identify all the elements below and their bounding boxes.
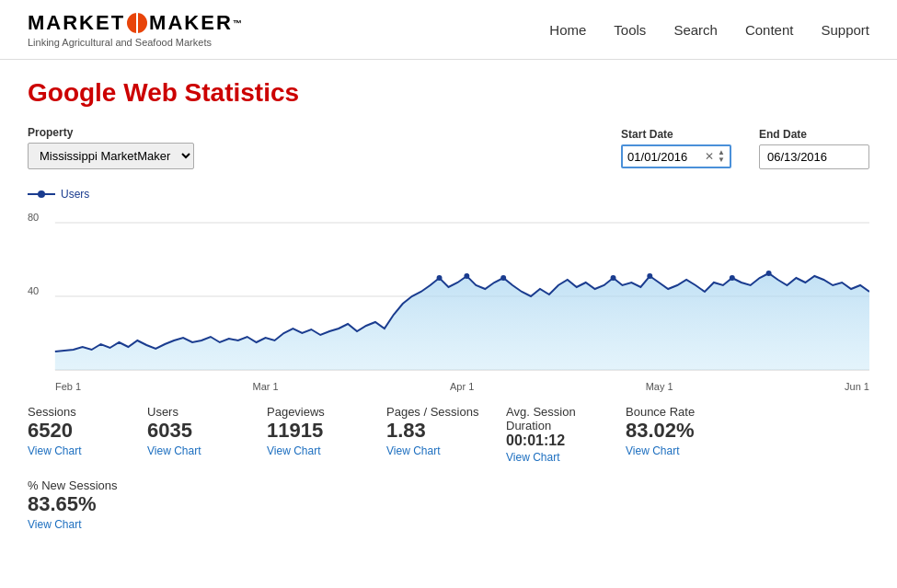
stat-avg-session-label2: Duration <box>506 419 607 432</box>
x-label-jun: Jun 1 <box>845 381 869 392</box>
x-label-mar: Mar 1 <box>253 381 279 392</box>
start-date-clear-button[interactable]: ✕ <box>705 150 714 163</box>
stat-bounce-rate: Bounce Rate 83.02% View Chart <box>626 405 745 464</box>
nav-search[interactable]: Search <box>673 22 718 38</box>
stat-new-sessions-label: % New Sessions <box>28 478 129 492</box>
stat-sessions-label: Sessions <box>28 405 129 419</box>
stat-pageviews: Pageviews 11915 View Chart <box>267 405 386 464</box>
stat-avg-session-label-wrap: Avg. Session Duration <box>506 405 607 432</box>
top-navigation: MARKET MAKER™ Linking Agricultural and S… <box>0 0 897 60</box>
svg-point-7 <box>647 273 652 279</box>
logo-icon <box>127 13 147 33</box>
stat-users-value: 6035 <box>147 419 248 443</box>
stat-bounce-rate-label: Bounce Rate <box>626 405 727 419</box>
bottom-stats: % New Sessions 83.65% View Chart <box>28 478 869 546</box>
property-select[interactable]: Mississippi MarketMaker <box>28 143 194 169</box>
stat-bounce-rate-value: 83.02% <box>626 419 727 443</box>
chart-svg-wrap: 80 40 <box>28 204 869 379</box>
stat-new-sessions-value: 83.65% <box>28 492 129 516</box>
stats-row: Sessions 6520 View Chart Users 6035 View… <box>28 405 869 478</box>
stat-users: Users 6035 View Chart <box>147 405 267 464</box>
stat-avg-session-value: 00:01:12 <box>506 432 607 449</box>
stat-pages-per-session-value: 1.83 <box>386 419 488 443</box>
nav-tools[interactable]: Tools <box>614 22 646 38</box>
property-label: Property <box>28 126 194 139</box>
x-axis-labels: Feb 1 Mar 1 Apr 1 May 1 Jun 1 <box>28 379 869 392</box>
start-date-input-wrap: ✕ ▲ ▼ <box>621 144 731 168</box>
svg-point-6 <box>611 275 616 281</box>
y-label-40: 40 <box>28 285 39 296</box>
x-label-apr: Apr 1 <box>450 381 474 392</box>
start-date-label: Start Date <box>621 128 731 141</box>
nav-home[interactable]: Home <box>549 22 586 38</box>
logo-before: MARKET <box>28 11 125 35</box>
nav-content[interactable]: Content <box>745 22 794 38</box>
stat-pageviews-value: 11915 <box>267 419 368 443</box>
logo-trademark: ™ <box>233 18 244 29</box>
y-label-80: 80 <box>28 212 39 223</box>
controls-row: Property Mississippi MarketMaker Start D… <box>28 126 869 169</box>
start-date-control: Start Date ✕ ▲ ▼ <box>621 128 731 169</box>
stat-avg-session: Avg. Session Duration 00:01:12 View Char… <box>506 405 626 464</box>
svg-point-9 <box>766 271 772 276</box>
logo-text: MARKET MAKER™ <box>28 11 244 35</box>
chart-container: Users 80 40 <box>28 188 869 390</box>
x-label-feb: Feb 1 <box>55 381 81 392</box>
end-date-control: End Date <box>759 128 869 169</box>
stat-sessions-view-chart[interactable]: View Chart <box>28 444 81 457</box>
nav-links: Home Tools Search Content Support <box>549 22 869 38</box>
svg-point-4 <box>464 273 469 279</box>
chart-legend: Users <box>28 188 869 201</box>
x-label-may: May 1 <box>646 381 673 392</box>
stat-pageviews-view-chart[interactable]: View Chart <box>267 444 320 457</box>
stat-users-label: Users <box>147 405 248 419</box>
stat-bounce-rate-view-chart[interactable]: View Chart <box>626 444 679 457</box>
chart-svg <box>28 204 869 379</box>
stat-avg-session-label: Avg. Session <box>506 405 607 419</box>
svg-point-3 <box>437 275 443 281</box>
legend-line-icon <box>28 193 55 195</box>
stat-avg-session-view-chart[interactable]: View Chart <box>506 451 559 464</box>
svg-point-8 <box>730 275 735 281</box>
logo: MARKET MAKER™ Linking Agricultural and S… <box>28 11 244 48</box>
stat-sessions-value: 6520 <box>28 419 129 443</box>
main-content: Google Web Statistics Property Mississip… <box>0 60 897 564</box>
stat-sessions: Sessions 6520 View Chart <box>28 405 147 464</box>
svg-point-5 <box>500 275 506 281</box>
property-control: Property Mississippi MarketMaker <box>28 126 194 169</box>
stat-pages-per-session: Pages / Sessions 1.83 View Chart <box>386 405 506 464</box>
end-date-input[interactable] <box>759 144 869 169</box>
nav-support[interactable]: Support <box>821 22 869 38</box>
stat-users-view-chart[interactable]: View Chart <box>147 444 201 457</box>
logo-tagline: Linking Agricultural and Seafood Markets <box>28 37 244 48</box>
legend-label: Users <box>61 188 89 201</box>
logo-after: MAKER <box>149 11 233 35</box>
stat-pages-per-session-label: Pages / Sessions <box>386 405 488 419</box>
stat-new-sessions: % New Sessions 83.65% View Chart <box>28 478 147 531</box>
stat-pageviews-label: Pageviews <box>267 405 368 419</box>
start-date-input[interactable] <box>627 150 701 164</box>
stat-pages-per-session-view-chart[interactable]: View Chart <box>386 444 440 457</box>
page-title: Google Web Statistics <box>28 78 869 108</box>
stat-new-sessions-view-chart[interactable]: View Chart <box>28 518 81 531</box>
end-date-label: End Date <box>759 128 869 141</box>
start-date-spinner[interactable]: ▲ ▼ <box>718 149 725 164</box>
